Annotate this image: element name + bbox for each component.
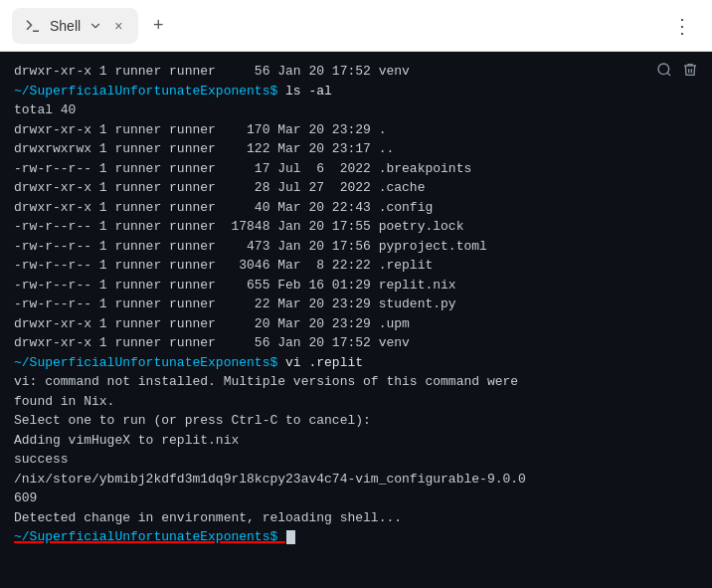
terminal-line: -rw-r--r-- 1 runner runner 3046 Mar 8 22… <box>14 256 698 276</box>
terminal-line: drwxr-xr-x 1 runner runner 56 Jan 20 17:… <box>14 333 698 353</box>
terminal-line: drwxrwxrwx 1 runner runner 122 Mar 20 23… <box>14 139 698 159</box>
active-tab[interactable]: Shell × <box>12 8 138 44</box>
terminal-line: found in Nix. <box>14 392 698 412</box>
terminal-line: Adding vimHugeX to replit.nix <box>14 431 698 451</box>
terminal-line: vi: command not installed. Multiple vers… <box>14 372 698 392</box>
svg-line-2 <box>667 73 670 76</box>
terminal-line: Detected change in environment, reloadin… <box>14 508 698 528</box>
title-bar-actions: ⋮ <box>664 14 700 38</box>
terminal-line: -rw-r--r-- 1 runner runner 22 Mar 20 23:… <box>14 294 698 314</box>
new-tab-button[interactable]: + <box>144 12 172 40</box>
terminal-line: -rw-r--r-- 1 runner runner 17848 Jan 20 … <box>14 217 698 237</box>
tab-close-button[interactable]: × <box>110 17 126 35</box>
terminal-line: ~/SuperficialUnfortunateExponents$ ls -a… <box>14 82 698 101</box>
terminal-line: -rw-r--r-- 1 runner runner 655 Feb 16 01… <box>14 276 698 295</box>
shell-icon <box>24 17 42 35</box>
last-prompt: ~/SuperficialUnfortunateExponents$ <box>14 529 285 544</box>
terminal-line: success <box>14 450 698 470</box>
chevron-down-icon <box>89 19 102 33</box>
terminal-toolbar <box>656 62 698 86</box>
terminal-cursor <box>286 530 295 544</box>
terminal-line: -rw-r--r-- 1 runner runner 473 Jan 20 17… <box>14 237 698 257</box>
terminal-line: 609 <box>14 489 698 508</box>
terminal-line: drwxr-xr-x 1 runner runner 28 Jul 27 202… <box>14 178 698 198</box>
terminal-line: /nix/store/ybmibj2kdfd3m1dq9rl8kcpy23av4… <box>14 470 698 490</box>
trash-icon[interactable] <box>682 62 698 86</box>
title-bar: Shell × + ⋮ <box>0 0 712 52</box>
terminal-line: ~/SuperficialUnfortunateExponents$ <box>14 527 698 547</box>
terminal-line: drwxr-xr-x 1 runner runner 56 Jan 20 17:… <box>14 62 698 82</box>
terminal-content: drwxr-xr-x 1 runner runner 56 Jan 20 17:… <box>14 62 698 547</box>
terminal-line: drwxr-xr-x 1 runner runner 20 Mar 20 23:… <box>14 314 698 334</box>
tab-label: Shell <box>50 18 81 34</box>
tab-area: Shell × + <box>12 8 656 44</box>
search-icon[interactable] <box>656 62 672 86</box>
terminal-line: drwxr-xr-x 1 runner runner 40 Mar 20 22:… <box>14 198 698 218</box>
svg-point-1 <box>658 64 669 75</box>
terminal-line: total 40 <box>14 100 698 120</box>
terminal-line: drwxr-xr-x 1 runner runner 170 Mar 20 23… <box>14 120 698 140</box>
terminal-area[interactable]: drwxr-xr-x 1 runner runner 56 Jan 20 17:… <box>0 52 712 588</box>
terminal-line: -rw-r--r-- 1 runner runner 17 Jul 6 2022… <box>14 159 698 179</box>
kebab-menu-button[interactable]: ⋮ <box>664 11 700 41</box>
terminal-line: Select one to run (or press Ctrl-C to ca… <box>14 411 698 431</box>
terminal-line: ~/SuperficialUnfortunateExponents$ vi .r… <box>14 353 698 373</box>
